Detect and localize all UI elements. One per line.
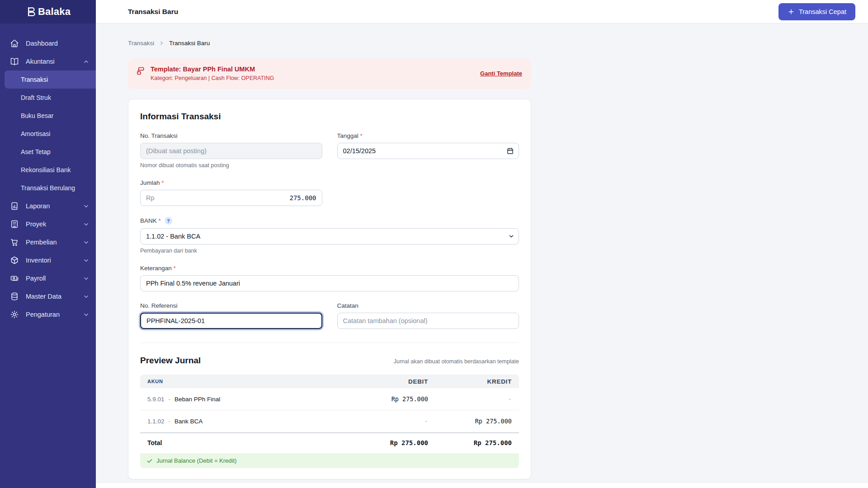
page-content: Transaksi Transaksi Baru Template: Bayar… — [96, 23, 868, 488]
col-header-kredit: KREDIT — [435, 378, 519, 385]
bank-select[interactable]: 1.1.02 - Bank BCA — [140, 228, 519, 244]
sidebar-item-label: Master Data — [26, 293, 83, 300]
app-root: Balaka Dashboard Akuntansi — [0, 0, 868, 488]
balaka-logo-icon — [25, 6, 37, 18]
balance-status: Jurnal Balance (Debit = Kredit) — [140, 453, 519, 468]
sidebar-item-pembelian[interactable]: Pembelian — [0, 233, 96, 251]
app-name: Balaka — [38, 6, 71, 18]
building-icon — [10, 220, 19, 229]
sidebar-subitem-label: Transaksi — [21, 76, 48, 83]
bank-help-icon[interactable]: ? — [165, 217, 172, 225]
sidebar-item-akuntansi[interactable]: Akuntansi — [0, 52, 96, 70]
sidebar-item-payroll[interactable]: Payroll — [0, 269, 96, 287]
sidebar-subitem-label: Aset Tetap — [21, 148, 51, 155]
home-icon — [10, 39, 19, 48]
sidebar-item-inventori[interactable]: Inventori — [0, 251, 96, 269]
balance-message: Jurnal Balance (Debit = Kredit) — [156, 457, 236, 464]
sidebar-item-transaksi-berulang[interactable]: Transaksi Berulang — [0, 179, 96, 197]
shopping-cart-icon — [10, 238, 19, 247]
sidebar-item-label: Dashboard — [26, 40, 90, 47]
required-mark: * — [161, 179, 164, 186]
sidebar-item-rekonsiliasi-bank[interactable]: Rekonsiliasi Bank — [0, 161, 96, 179]
keterangan-label: Keterangan * — [140, 265, 519, 272]
quick-transaction-button[interactable]: Transaksi Cepat — [778, 3, 855, 20]
preview-note: Jurnal akan dibuat otomatis berdasarkan … — [394, 358, 519, 365]
chevron-down-icon — [83, 239, 90, 246]
sidebar-item-pengaturan[interactable]: Pengaturan — [0, 305, 96, 324]
sidebar-subitem-label: Amortisasi — [21, 130, 50, 137]
account-code: 5.9.01 — [147, 396, 165, 403]
sidebar-item-transaksi[interactable]: Transaksi — [5, 70, 96, 89]
account-separator: - — [169, 418, 171, 425]
template-banner: Template: Bayar PPh Final UMKM Kategori:… — [128, 59, 531, 89]
catatan-label: Catatan — [337, 302, 519, 309]
journal-row: 1.1.02 - Bank BCA - Rp 275.000 — [140, 410, 519, 432]
account-separator: - — [169, 396, 171, 403]
debit-amount: Rp 275.000 — [352, 395, 435, 403]
bank-helper: Pembayaran dari bank — [140, 248, 519, 254]
sidebar: Balaka Dashboard Akuntansi — [0, 0, 96, 488]
template-banner-texts: Template: Bayar PPh Final UMKM Kategori:… — [151, 66, 274, 81]
template-banner-title: Template: Bayar PPh Final UMKM — [151, 66, 274, 73]
breadcrumb-parent[interactable]: Transaksi — [128, 40, 154, 47]
sidebar-item-label: Pengaturan — [26, 311, 83, 318]
template-icon — [136, 66, 145, 75]
col-header-debit: DEBIT — [352, 378, 435, 385]
chevron-down-icon — [83, 257, 90, 264]
no-transaksi-helper: Nomor dibuat otomatis saat posting — [140, 162, 322, 169]
banknotes-icon — [10, 274, 19, 283]
sidebar-subitem-label: Draft Struk — [21, 94, 51, 101]
sidebar-item-label: Pembelian — [26, 239, 83, 246]
template-banner-subtitle: Kategori: Pengeluaran | Cash Flow: OPERA… — [151, 75, 274, 81]
jumlah-field[interactable] — [155, 194, 316, 202]
transaction-form-card: Informasi Transaksi No. Transaksi Nomor … — [128, 99, 531, 479]
sidebar-subitem-label: Buku Besar — [21, 112, 53, 119]
tanggal-label-text: Tanggal — [337, 132, 359, 139]
kredit-amount: - — [435, 395, 519, 403]
total-label: Total — [140, 439, 352, 446]
change-template-link[interactable]: Ganti Template — [480, 70, 522, 77]
check-icon — [146, 458, 153, 464]
report-icon — [10, 202, 19, 211]
breadcrumb-current: Transaksi Baru — [169, 40, 210, 47]
catatan-field[interactable] — [337, 313, 519, 329]
total-kredit: Rp 275.000 — [435, 439, 519, 446]
sidebar-item-label: Laporan — [26, 202, 83, 210]
chevron-down-icon — [83, 293, 90, 300]
main-area: Transaksi Baru Transaksi Cepat Transaksi… — [96, 0, 868, 488]
sidebar-subitem-label: Rekonsiliasi Bank — [21, 166, 71, 174]
sidebar-item-label: Proyek — [26, 221, 83, 228]
sidebar-item-laporan[interactable]: Laporan — [0, 197, 96, 215]
sidebar-item-draft-struk[interactable]: Draft Struk — [0, 89, 96, 107]
preview-title: Preview Jurnal — [140, 356, 201, 366]
bank-label: BANK * — [140, 217, 161, 224]
tanggal-field[interactable] — [337, 143, 519, 159]
no-referensi-label: No. Referensi — [140, 302, 322, 309]
transaction-form: No. Transaksi Nomor dibuat otomatis saat… — [140, 132, 519, 340]
page-title: Transaksi Baru — [128, 8, 178, 16]
account-code: 1.1.02 — [147, 418, 165, 425]
chevron-down-icon — [83, 221, 90, 228]
no-transaksi-field — [140, 143, 322, 159]
journal-table: AKUN DEBIT KREDIT 5.9.01 - Beban PPh Fin… — [140, 375, 519, 468]
jumlah-field-wrap: Rp — [140, 190, 322, 206]
account-name: Bank BCA — [175, 418, 203, 425]
sidebar-item-proyek[interactable]: Proyek — [0, 215, 96, 233]
debit-amount: - — [352, 418, 435, 425]
jumlah-label: Jumlah * — [140, 179, 322, 186]
sidebar-item-master-data[interactable]: Master Data — [0, 287, 96, 305]
journal-total-row: Total Rp 275.000 Rp 275.000 — [140, 432, 519, 452]
sidebar-item-label: Inventori — [26, 257, 83, 264]
sidebar-item-dashboard[interactable]: Dashboard — [0, 34, 96, 52]
keterangan-field[interactable] — [140, 275, 519, 291]
journal-table-header: AKUN DEBIT KREDIT — [140, 375, 519, 388]
account-name: Beban PPh Final — [175, 396, 220, 403]
sidebar-item-amortisasi[interactable]: Amortisasi — [0, 125, 96, 143]
kredit-amount: Rp 275.000 — [435, 418, 519, 425]
sidebar-item-buku-besar[interactable]: Buku Besar — [0, 107, 96, 125]
gear-icon — [10, 310, 19, 319]
chevron-down-icon — [83, 203, 90, 210]
no-referensi-field[interactable] — [140, 313, 322, 329]
sidebar-logo[interactable]: Balaka — [0, 0, 96, 23]
sidebar-item-aset-tetap[interactable]: Aset Tetap — [0, 143, 96, 161]
